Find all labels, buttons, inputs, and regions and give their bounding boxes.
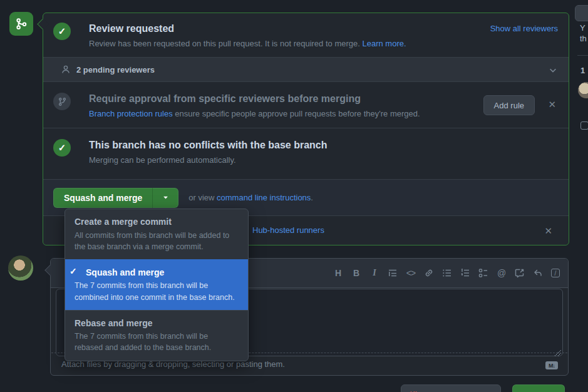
- git-merge-icon: [15, 18, 28, 30]
- bold-icon[interactable]: B: [351, 268, 361, 278]
- reviewer-avatar-fragment: [578, 82, 588, 98]
- comment-button[interactable]: Comment: [512, 384, 565, 392]
- merge-options-dropdown-button[interactable]: [152, 188, 178, 208]
- check-icon: ✓: [58, 142, 66, 153]
- link-icon[interactable]: [424, 268, 434, 278]
- review-requested-title: Review requested: [89, 23, 559, 35]
- sidebar-count-fragment: 1: [580, 66, 585, 75]
- cross-reference-icon[interactable]: [515, 268, 525, 278]
- no-conflicts-title: This branch has no conflicts with the ba…: [89, 139, 559, 152]
- quote-icon[interactable]: [388, 268, 398, 278]
- ordered-list-icon[interactable]: [460, 268, 470, 278]
- mention-icon[interactable]: @: [497, 268, 507, 278]
- branch-protection-title: Require approval from specific reviewers…: [89, 93, 458, 105]
- close-pull-request-button[interactable]: Close pull request: [401, 384, 501, 392]
- slash-commands-icon[interactable]: /: [551, 269, 560, 277]
- dismiss-protection-icon[interactable]: ✕: [548, 100, 556, 109]
- sidebar-text-fragment: Y: [580, 23, 585, 33]
- task-list-icon[interactable]: [478, 268, 488, 278]
- sidebar-text-fragment: th: [580, 34, 587, 43]
- code-icon[interactable]: <>: [406, 268, 416, 278]
- check-icon: ✓: [58, 26, 66, 37]
- git-merge-badge: [9, 12, 33, 36]
- show-all-reviewers-link[interactable]: Show all reviewers: [490, 24, 558, 33]
- italic-icon[interactable]: I: [369, 268, 379, 278]
- sidebar-icon-fragment: [580, 121, 588, 130]
- dismiss-notice-icon[interactable]: ✕: [544, 226, 552, 235]
- sidebar-divider: [577, 55, 588, 56]
- heading-icon[interactable]: H: [333, 268, 343, 278]
- markdown-supported-icon: M↓: [545, 361, 558, 369]
- no-conflicts-description: Merging can be performed automatically.: [89, 155, 559, 166]
- saved-replies-icon[interactable]: [533, 268, 543, 278]
- sidebar-button-fragment[interactable]: [575, 5, 588, 21]
- menu-item-create-merge-commit[interactable]: Create a merge commit All commits from t…: [65, 209, 248, 259]
- merge-options-menu: Create a merge commit All commits from t…: [64, 209, 249, 361]
- command-line-hint: or view command line instructions.: [188, 193, 313, 202]
- review-requested-description: Review has been requested on this pull r…: [89, 38, 559, 49]
- check-circle-icon: ✓: [53, 23, 71, 40]
- branch-protection-section: Require approval from specific reviewers…: [43, 82, 569, 128]
- menu-item-rebase-and-merge[interactable]: Rebase and merge The 7 commits from this…: [65, 310, 248, 361]
- learn-more-link[interactable]: Learn more.: [362, 39, 406, 48]
- selected-check-icon: ✓: [70, 266, 77, 276]
- add-rule-button[interactable]: Add rule: [483, 95, 535, 115]
- check-circle-icon: ✓: [53, 139, 71, 157]
- hosted-runners-link[interactable]: Hub-hosted runners: [252, 225, 324, 235]
- menu-item-squash-and-merge[interactable]: ✓ Squash and merge The 7 commits from th…: [65, 259, 248, 310]
- chevron-down-icon[interactable]: [549, 66, 557, 75]
- git-branch-circle-icon: [53, 93, 71, 110]
- pending-reviewers-label: 2 pending reviewers: [76, 65, 155, 75]
- branch-protection-description: Branch protection rules ensure specific …: [89, 108, 458, 120]
- review-requested-section: ✓ Review requested Review has been reque…: [43, 13, 569, 57]
- user-avatar: [8, 255, 33, 281]
- branch-protection-rules-link[interactable]: Branch protection rules: [89, 109, 173, 118]
- command-line-instructions-link[interactable]: command line instructions: [217, 193, 311, 202]
- pending-reviewers-row[interactable]: 2 pending reviewers: [43, 57, 569, 82]
- no-conflicts-section: ✓ This branch has no conflicts with the …: [43, 128, 569, 179]
- squash-and-merge-button[interactable]: Squash and merge: [53, 188, 152, 208]
- unordered-list-icon[interactable]: [442, 268, 452, 278]
- person-icon: [61, 64, 71, 75]
- merge-button-group: Squash and merge: [53, 188, 178, 208]
